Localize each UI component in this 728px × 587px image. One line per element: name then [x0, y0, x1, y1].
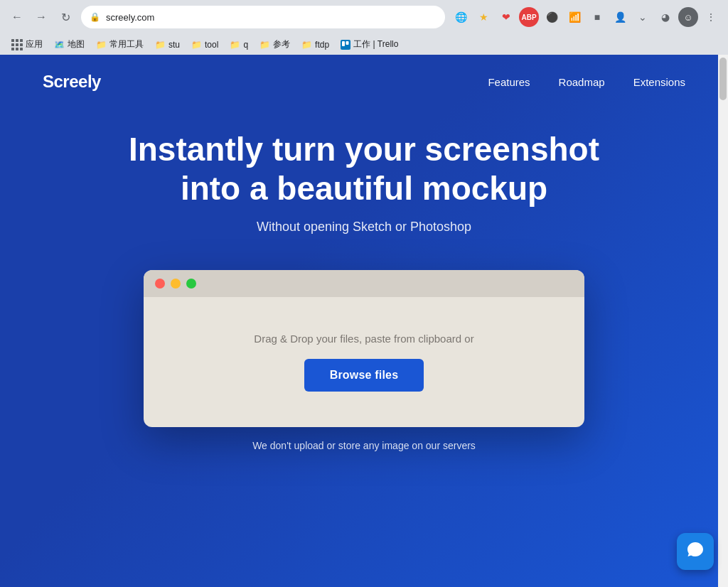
folder-icon-6: 📁: [301, 40, 312, 50]
svg-rect-1: [346, 41, 349, 45]
website-content: Screely Features Roadmap Extensions Inst…: [0, 55, 728, 587]
chat-bubble-icon: [686, 541, 705, 562]
bookmark-q-label: q: [243, 40, 248, 50]
bookmark-ref-label: 参考: [273, 38, 290, 50]
scrollbar-area[interactable]: [718, 55, 728, 587]
bookmark-ftdp[interactable]: 📁 ftdp: [297, 38, 333, 51]
browse-files-button[interactable]: Browse files: [304, 359, 424, 392]
ext-icon-4[interactable]: ⌄: [633, 7, 653, 27]
folder-icon-2: 📁: [155, 40, 166, 50]
card-titlebar: [144, 270, 584, 297]
browser-chrome: ← → ↻ 🔒 screely.com 🌐 ★ ❤ ABP ⚫ 📶 ■ 👤 ⌄ …: [0, 0, 728, 55]
bookmark-tool-label: tool: [205, 40, 218, 50]
hero-subtitle: Without opening Sketch or Photoshop: [14, 220, 714, 235]
drag-drop-text: Drag & Drop your files, paste from clipb…: [254, 333, 473, 345]
bookmark-trello[interactable]: 工作 | Trello: [336, 37, 402, 52]
footer-note: We don't upload or store any image on ou…: [0, 427, 728, 451]
adblock-icon[interactable]: ABP: [519, 7, 539, 27]
upload-area[interactable]: Drag & Drop your files, paste from clipb…: [144, 297, 584, 427]
browser-toolbar: ← → ↻ 🔒 screely.com 🌐 ★ ❤ ABP ⚫ 📶 ■ 👤 ⌄ …: [0, 0, 728, 34]
translate-icon[interactable]: 🌐: [451, 7, 471, 27]
bookmark-tool[interactable]: 📁 tool: [187, 38, 223, 51]
bookmark-star-icon[interactable]: ★: [473, 7, 493, 27]
url-text: screely.com: [106, 12, 437, 23]
back-button[interactable]: ←: [7, 7, 27, 27]
bookmark-tools-label: 常用工具: [109, 38, 144, 50]
address-bar[interactable]: 🔒 screely.com: [81, 6, 445, 28]
chat-button[interactable]: [677, 533, 714, 570]
upload-card: Drag & Drop your files, paste from clipb…: [144, 270, 584, 427]
ext-icon-1[interactable]: ⚫: [542, 7, 562, 27]
heart-icon[interactable]: ❤: [496, 7, 516, 27]
toolbar-icons: 🌐 ★ ❤ ABP ⚫ 📶 ■ 👤 ⌄ ◕ ☺ ⋮: [451, 7, 721, 27]
ext-icon-5[interactable]: ◕: [655, 7, 675, 27]
scrollbar-thumb[interactable]: [719, 58, 727, 100]
nav-link-roadmap[interactable]: Roadmap: [559, 76, 605, 88]
bookmark-maps[interactable]: 🗺️ 地图: [50, 37, 89, 52]
bookmark-ftdp-label: ftdp: [315, 40, 329, 50]
traffic-light-yellow: [171, 279, 181, 289]
traffic-light-red: [155, 279, 165, 289]
ext-icon-3[interactable]: 👤: [610, 7, 630, 27]
apps-grid-icon: [11, 39, 23, 50]
bookmark-stu-label: stu: [168, 40, 180, 50]
maps-icon: 🗺️: [54, 40, 65, 50]
lock-icon: 🔒: [90, 12, 100, 22]
nav-link-features[interactable]: Features: [488, 76, 530, 88]
site-nav: Screely Features Roadmap Extensions: [0, 55, 728, 109]
avatar-icon[interactable]: ☺: [678, 7, 698, 27]
refresh-button[interactable]: ↻: [55, 7, 75, 27]
bookmarks-bar: 应用 🗺️ 地图 📁 常用工具 📁 stu 📁 tool 📁 q 📁 参考 📁: [0, 34, 728, 55]
folder-icon-1: 📁: [96, 40, 107, 50]
bookmark-maps-label: 地图: [68, 38, 85, 50]
wifi-icon[interactable]: 📶: [564, 7, 584, 27]
traffic-light-green: [186, 279, 196, 289]
bookmark-apps[interactable]: 应用: [7, 37, 47, 52]
bookmark-stu[interactable]: 📁 stu: [151, 38, 184, 51]
svg-rect-0: [342, 41, 345, 46]
trello-icon: [341, 40, 350, 50]
forward-button[interactable]: →: [31, 7, 51, 27]
nav-link-extensions[interactable]: Extensions: [633, 76, 685, 88]
folder-icon-5: 📁: [259, 40, 270, 50]
ext-icon-2[interactable]: ■: [587, 7, 607, 27]
bookmark-apps-label: 应用: [26, 38, 43, 50]
bookmark-tools[interactable]: 📁 常用工具: [92, 37, 148, 52]
folder-icon-4: 📁: [230, 40, 240, 50]
bookmark-q[interactable]: 📁 q: [225, 38, 252, 51]
bookmark-trello-label: 工作 | Trello: [353, 38, 398, 50]
site-logo[interactable]: Screely: [43, 72, 101, 92]
menu-icon[interactable]: ⋮: [701, 7, 721, 27]
nav-links: Features Roadmap Extensions: [488, 76, 685, 88]
bookmark-ref[interactable]: 📁 参考: [255, 37, 294, 52]
upload-card-wrapper: Drag & Drop your files, paste from clipb…: [0, 249, 728, 427]
folder-icon-3: 📁: [191, 40, 202, 50]
nav-buttons: ← → ↻: [7, 7, 75, 27]
hero-section: Instantly turn your screenshot into a be…: [0, 109, 728, 249]
hero-title: Instantly turn your screenshot into a be…: [115, 130, 613, 208]
